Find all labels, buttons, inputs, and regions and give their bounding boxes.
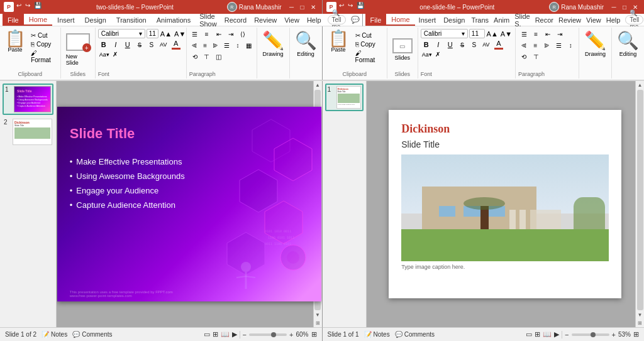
bullet-list-btn-right[interactable]: ☰	[518, 29, 530, 39]
view-reading-btn-left[interactable]: 📖	[221, 330, 230, 338]
view-slide-sorter-btn-right[interactable]: ⊞	[535, 330, 540, 338]
text-case-btn[interactable]: Aa▾	[98, 51, 111, 58]
clear-format-btn-right[interactable]: ✗	[434, 51, 441, 58]
font-size-left[interactable]: 11	[147, 29, 158, 38]
tab-transition-left[interactable]: Transition	[111, 14, 152, 26]
numbered-list-btn[interactable]: ≡	[201, 29, 213, 39]
justify-btn-right[interactable]: ☰	[553, 40, 565, 50]
zoom-out-btn-right[interactable]: −	[565, 331, 569, 338]
tab-record-left[interactable]: Record	[221, 14, 250, 26]
right-notes-btn[interactable]: 📝 Notes	[364, 331, 390, 338]
align-text-btn-right[interactable]: ⊤	[530, 51, 541, 62]
right-comments-btn[interactable]: 💬 Comments	[395, 331, 435, 338]
align-right-btn[interactable]: ⫸	[211, 40, 221, 50]
slide-thumb-2-left[interactable]: 2 Dickinson Slide Title	[3, 117, 53, 146]
right-zoom-slider[interactable]	[572, 333, 609, 336]
cut-btn-left[interactable]: ✂ Cut	[29, 31, 58, 40]
maximize-btn-left[interactable]: □	[297, 3, 308, 11]
tab-review-left[interactable]: Review	[250, 14, 280, 26]
tab-recor-right[interactable]: Recor	[533, 14, 556, 26]
underline-btn-left[interactable]: U	[122, 40, 133, 50]
editing-btn-right[interactable]: 🔍 Editing	[616, 29, 640, 77]
view-slideshow-btn-left[interactable]: ▶	[232, 330, 237, 338]
font-name-dropdown-right[interactable]: Calibri▾	[421, 29, 468, 38]
tab-view-left[interactable]: View	[280, 14, 303, 26]
drawing-btn-left[interactable]: ✏️ Drawing	[261, 29, 286, 71]
increase-indent-btn[interactable]: ⇥	[225, 29, 236, 39]
fit-btn-left[interactable]: ⊞	[311, 330, 317, 338]
font-size-right[interactable]: 11	[469, 29, 485, 38]
tab-view-right[interactable]: View	[584, 14, 604, 26]
view-reading-btn-right[interactable]: 📖	[543, 330, 552, 338]
paste-btn-left[interactable]: 📋 Paste	[3, 29, 28, 54]
right-slide-canvas-area[interactable]: ▲ ▼ ⊞ Dickinson Slide Title	[367, 81, 645, 327]
tab-insert-right[interactable]: Insert	[415, 14, 440, 26]
increase-font-btn[interactable]: A▲	[160, 30, 172, 38]
view-slide-sorter-btn-left[interactable]: ⊞	[213, 330, 218, 338]
text-direction-btn[interactable]: ⟲	[189, 51, 201, 62]
quick-save-icon-right[interactable]: 💾	[355, 2, 365, 12]
minimize-btn-left[interactable]: ─	[287, 3, 297, 11]
tab-review-right[interactable]: Review	[556, 14, 584, 26]
decrease-font-btn-right[interactable]: A▼	[500, 30, 513, 38]
italic-btn-right[interactable]: I	[433, 40, 444, 50]
minimize-btn-right[interactable]: ─	[609, 3, 619, 11]
tab-home-left[interactable]: Home	[24, 14, 52, 26]
tab-tellme-right[interactable]: 🔍 Tell me	[625, 15, 643, 24]
drawing-btn-right[interactable]: ✏️ Drawing	[583, 29, 608, 77]
view-slideshow-btn-right[interactable]: ▶	[554, 330, 559, 338]
char-spacing-btn[interactable]: AV	[158, 40, 169, 50]
tab-design-left[interactable]: Design	[80, 14, 111, 26]
bold-btn-right[interactable]: B	[421, 40, 432, 50]
cut-btn-right[interactable]: ✂ Cut	[353, 31, 384, 40]
decrease-font-btn[interactable]: A▼	[174, 30, 186, 38]
redo-icon[interactable]: ↪	[24, 2, 31, 12]
left-notes-btn[interactable]: 📝 Notes	[42, 331, 67, 338]
tab-file-right[interactable]: File	[365, 14, 387, 26]
font-color-btn-left[interactable]: A	[170, 40, 182, 50]
align-center-btn[interactable]: ≡	[200, 40, 210, 50]
clear-format-btn[interactable]: ✗	[111, 51, 119, 58]
maximize-btn-right[interactable]: □	[619, 3, 630, 11]
copy-btn-left[interactable]: ⎘ Copy	[29, 40, 58, 48]
bold-btn-left[interactable]: B	[98, 40, 109, 50]
text-direction-btn-right[interactable]: ⟲	[518, 51, 530, 62]
left-slide-canvas-area[interactable]: ▲ ▼ ⊞ 0101 1010 00	[57, 81, 322, 327]
convert-smartart-btn[interactable]: ⟨⟩	[237, 29, 248, 39]
tab-insert-left[interactable]: Insert	[52, 14, 80, 26]
paste-btn-right[interactable]: 📋 Paste	[325, 29, 352, 54]
font-color-btn-right[interactable]: A	[492, 40, 505, 50]
format-paint-btn-left[interactable]: 🖌 Format	[29, 49, 58, 64]
zoom-in-btn-right[interactable]: +	[612, 331, 616, 338]
expand-btn-right[interactable]: ⊞	[636, 319, 643, 327]
fit-btn-right[interactable]: ⊞	[633, 330, 639, 338]
right-vscrollbar[interactable]: ▲ ▼ ⊞	[635, 81, 644, 327]
tab-home-right[interactable]: Home	[386, 14, 414, 26]
numbered-list-btn-right[interactable]: ≡	[530, 29, 541, 39]
close-btn-left[interactable]: ✕	[308, 3, 318, 11]
bullet-list-btn[interactable]: ☰	[189, 29, 201, 39]
new-slide-btn-left[interactable]: + New Slide	[65, 32, 91, 67]
left-comments-btn[interactable]: 💬 Comments	[72, 331, 112, 338]
align-left-btn-right[interactable]: ⫷	[518, 40, 530, 50]
italic-btn-left[interactable]: I	[110, 40, 121, 50]
slides-btn-right[interactable]: ▭ Slides	[391, 37, 414, 62]
increase-indent-btn-right[interactable]: ⇥	[554, 29, 565, 39]
scroll-down-btn-left[interactable]: ▼	[314, 311, 321, 319]
line-spacing-btn[interactable]: ↕	[233, 40, 243, 50]
strikethrough-btn-left[interactable]: S̶	[134, 40, 145, 50]
align-text-btn[interactable]: ⊤	[201, 51, 213, 62]
zoom-out-btn-left[interactable]: −	[243, 331, 247, 338]
format-paint-btn-right[interactable]: 🖌 Format	[353, 49, 384, 64]
view-normal-btn-right[interactable]: ▭	[526, 330, 532, 338]
quick-save-icon[interactable]: 💾	[33, 2, 43, 12]
shadow-btn-right[interactable]: S	[469, 40, 480, 50]
align-left-btn[interactable]: ⫷	[189, 40, 199, 50]
char-spacing-btn-right[interactable]: AV	[480, 40, 492, 50]
font-name-dropdown-left[interactable]: Calibri▾	[98, 29, 145, 38]
tab-slideshow-left[interactable]: Slide Show	[196, 14, 221, 26]
increase-font-btn-right[interactable]: A▲	[486, 30, 499, 38]
scroll-down-btn-right[interactable]: ▼	[636, 311, 644, 319]
expand-btn-left[interactable]: ⊞	[314, 319, 321, 327]
zoom-in-btn-left[interactable]: +	[289, 331, 293, 338]
